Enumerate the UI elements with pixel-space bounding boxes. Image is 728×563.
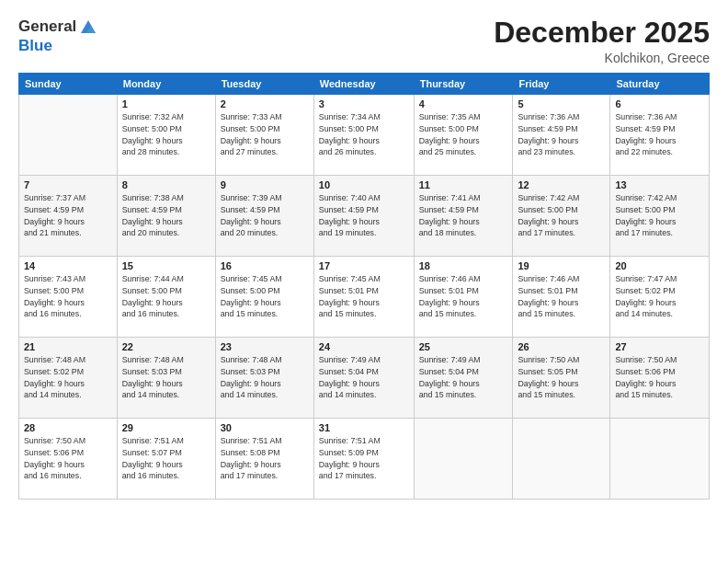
month-title: December 2025: [494, 17, 710, 49]
day-info: Sunrise: 7:32 AM Sunset: 5:00 PM Dayligh…: [122, 111, 210, 158]
calendar-cell: 12Sunrise: 7:42 AM Sunset: 5:00 PM Dayli…: [513, 176, 610, 257]
calendar-cell: 20Sunrise: 7:47 AM Sunset: 5:02 PM Dayli…: [610, 257, 710, 338]
logo-blue-text: Blue: [18, 37, 52, 54]
calendar-cell: 11Sunrise: 7:41 AM Sunset: 4:59 PM Dayli…: [414, 176, 513, 257]
day-info: Sunrise: 7:44 AM Sunset: 5:00 PM Dayligh…: [122, 273, 210, 320]
day-number: 15: [122, 260, 210, 271]
day-number: 30: [221, 422, 309, 433]
calendar-cell: 30Sunrise: 7:51 AM Sunset: 5:08 PM Dayli…: [215, 419, 313, 500]
calendar-week-row: 1Sunrise: 7:32 AM Sunset: 5:00 PM Daylig…: [19, 95, 710, 176]
calendar-cell: 23Sunrise: 7:48 AM Sunset: 5:03 PM Dayli…: [215, 338, 313, 419]
calendar-cell: 13Sunrise: 7:42 AM Sunset: 5:00 PM Dayli…: [610, 176, 710, 257]
calendar-cell: 16Sunrise: 7:45 AM Sunset: 5:00 PM Dayli…: [215, 257, 313, 338]
day-info: Sunrise: 7:49 AM Sunset: 5:04 PM Dayligh…: [419, 354, 508, 401]
weekday-header: Saturday: [610, 74, 710, 95]
day-info: Sunrise: 7:45 AM Sunset: 5:00 PM Dayligh…: [221, 273, 309, 320]
weekday-header: Wednesday: [313, 74, 414, 95]
location: Kolchikon, Greece: [494, 51, 710, 65]
day-number: 31: [319, 422, 409, 433]
day-info: Sunrise: 7:45 AM Sunset: 5:01 PM Dayligh…: [319, 273, 409, 320]
day-number: 2: [221, 98, 309, 109]
calendar-cell: 26Sunrise: 7:50 AM Sunset: 5:05 PM Dayli…: [513, 338, 610, 419]
day-number: 18: [419, 260, 508, 271]
day-info: Sunrise: 7:34 AM Sunset: 5:00 PM Dayligh…: [319, 111, 409, 158]
day-number: 24: [319, 341, 409, 352]
day-number: 23: [221, 341, 309, 352]
day-info: Sunrise: 7:49 AM Sunset: 5:04 PM Dayligh…: [319, 354, 409, 401]
calendar-cell: 28Sunrise: 7:50 AM Sunset: 5:06 PM Dayli…: [19, 419, 118, 500]
calendar-cell: 19Sunrise: 7:46 AM Sunset: 5:01 PM Dayli…: [513, 257, 610, 338]
day-info: Sunrise: 7:50 AM Sunset: 5:06 PM Dayligh…: [24, 435, 112, 482]
day-number: 9: [221, 179, 309, 190]
day-info: Sunrise: 7:42 AM Sunset: 5:00 PM Dayligh…: [615, 192, 704, 239]
calendar-cell: 2Sunrise: 7:33 AM Sunset: 5:00 PM Daylig…: [215, 95, 313, 176]
calendar-cell: 24Sunrise: 7:49 AM Sunset: 5:04 PM Dayli…: [313, 338, 414, 419]
calendar-cell: 9Sunrise: 7:39 AM Sunset: 4:59 PM Daylig…: [215, 176, 313, 257]
calendar-cell: [19, 95, 118, 176]
day-number: 10: [319, 179, 409, 190]
day-info: Sunrise: 7:48 AM Sunset: 5:03 PM Dayligh…: [122, 354, 210, 401]
weekday-header: Sunday: [19, 74, 118, 95]
calendar-cell: 27Sunrise: 7:50 AM Sunset: 5:06 PM Dayli…: [610, 338, 710, 419]
day-info: Sunrise: 7:35 AM Sunset: 5:00 PM Dayligh…: [419, 111, 508, 158]
day-info: Sunrise: 7:46 AM Sunset: 5:01 PM Dayligh…: [419, 273, 508, 320]
weekday-header: Friday: [513, 74, 610, 95]
calendar-cell: 14Sunrise: 7:43 AM Sunset: 5:00 PM Dayli…: [19, 257, 118, 338]
day-number: 8: [122, 179, 210, 190]
day-number: 28: [24, 422, 112, 433]
day-number: 6: [615, 98, 704, 109]
calendar-cell: [414, 419, 513, 500]
day-info: Sunrise: 7:46 AM Sunset: 5:01 PM Dayligh…: [518, 273, 605, 320]
calendar-cell: 6Sunrise: 7:36 AM Sunset: 4:59 PM Daylig…: [610, 95, 710, 176]
calendar-cell: 18Sunrise: 7:46 AM Sunset: 5:01 PM Dayli…: [414, 257, 513, 338]
day-number: 12: [518, 179, 605, 190]
calendar-cell: 31Sunrise: 7:51 AM Sunset: 5:09 PM Dayli…: [313, 419, 414, 500]
day-info: Sunrise: 7:38 AM Sunset: 4:59 PM Dayligh…: [122, 192, 210, 239]
day-info: Sunrise: 7:48 AM Sunset: 5:03 PM Dayligh…: [221, 354, 309, 401]
day-number: 20: [615, 260, 704, 271]
title-block: December 2025 Kolchikon, Greece: [494, 17, 710, 65]
day-info: Sunrise: 7:33 AM Sunset: 5:00 PM Dayligh…: [221, 111, 309, 158]
calendar-cell: [513, 419, 610, 500]
day-info: Sunrise: 7:50 AM Sunset: 5:05 PM Dayligh…: [518, 354, 605, 401]
calendar-week-row: 21Sunrise: 7:48 AM Sunset: 5:02 PM Dayli…: [19, 338, 710, 419]
calendar-cell: 7Sunrise: 7:37 AM Sunset: 4:59 PM Daylig…: [19, 176, 118, 257]
calendar-cell: 1Sunrise: 7:32 AM Sunset: 5:00 PM Daylig…: [117, 95, 215, 176]
calendar-table: SundayMondayTuesdayWednesdayThursdayFrid…: [18, 73, 710, 500]
day-number: 1: [122, 98, 210, 109]
weekday-header: Thursday: [414, 74, 513, 95]
day-info: Sunrise: 7:39 AM Sunset: 4:59 PM Dayligh…: [221, 192, 309, 239]
day-info: Sunrise: 7:48 AM Sunset: 5:02 PM Dayligh…: [24, 354, 112, 401]
page: General Blue December 2025 Kolchikon, Gr…: [0, 0, 728, 563]
calendar-header-row: SundayMondayTuesdayWednesdayThursdayFrid…: [19, 74, 710, 95]
calendar-cell: 21Sunrise: 7:48 AM Sunset: 5:02 PM Dayli…: [19, 338, 118, 419]
day-info: Sunrise: 7:36 AM Sunset: 4:59 PM Dayligh…: [518, 111, 605, 158]
calendar-cell: 5Sunrise: 7:36 AM Sunset: 4:59 PM Daylig…: [513, 95, 610, 176]
header: General Blue December 2025 Kolchikon, Gr…: [18, 17, 710, 65]
day-info: Sunrise: 7:41 AM Sunset: 4:59 PM Dayligh…: [419, 192, 508, 239]
day-info: Sunrise: 7:36 AM Sunset: 4:59 PM Dayligh…: [615, 111, 704, 158]
calendar-week-row: 28Sunrise: 7:50 AM Sunset: 5:06 PM Dayli…: [19, 419, 710, 500]
day-number: 21: [24, 341, 112, 352]
day-number: 4: [419, 98, 508, 109]
weekday-header: Monday: [117, 74, 215, 95]
day-info: Sunrise: 7:37 AM Sunset: 4:59 PM Dayligh…: [24, 192, 112, 239]
day-number: 22: [122, 341, 210, 352]
day-number: 17: [319, 260, 409, 271]
calendar-cell: [610, 419, 710, 500]
day-info: Sunrise: 7:42 AM Sunset: 5:00 PM Dayligh…: [518, 192, 605, 239]
calendar-cell: 8Sunrise: 7:38 AM Sunset: 4:59 PM Daylig…: [117, 176, 215, 257]
calendar-cell: 3Sunrise: 7:34 AM Sunset: 5:00 PM Daylig…: [313, 95, 414, 176]
calendar-week-row: 7Sunrise: 7:37 AM Sunset: 4:59 PM Daylig…: [19, 176, 710, 257]
day-info: Sunrise: 7:43 AM Sunset: 5:00 PM Dayligh…: [24, 273, 112, 320]
day-number: 25: [419, 341, 508, 352]
day-number: 19: [518, 260, 605, 271]
day-info: Sunrise: 7:51 AM Sunset: 5:07 PM Dayligh…: [122, 435, 210, 482]
logo: General Blue: [18, 17, 98, 55]
calendar-cell: 10Sunrise: 7:40 AM Sunset: 4:59 PM Dayli…: [313, 176, 414, 257]
calendar-cell: 25Sunrise: 7:49 AM Sunset: 5:04 PM Dayli…: [414, 338, 513, 419]
day-number: 26: [518, 341, 605, 352]
day-number: 27: [615, 341, 704, 352]
day-number: 13: [615, 179, 704, 190]
day-info: Sunrise: 7:40 AM Sunset: 4:59 PM Dayligh…: [319, 192, 409, 239]
